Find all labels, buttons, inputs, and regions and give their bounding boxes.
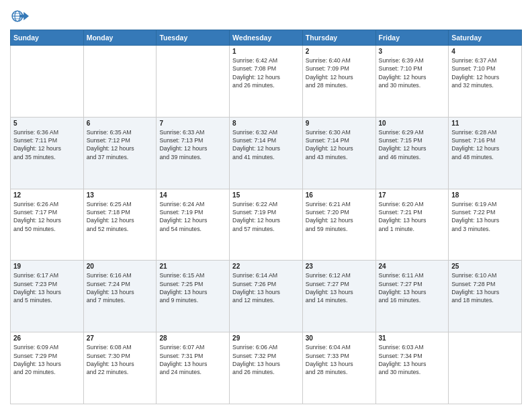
day-number: 27 [87,334,154,342]
day-header-tuesday: Tuesday [157,30,230,46]
day-header-friday: Friday [375,30,449,46]
day-number: 1 [232,48,300,55]
day-number: 4 [451,48,519,55]
day-number: 25 [451,263,519,270]
day-cell [449,332,522,404]
day-info: Sunrise: 6:20 AM Sunset: 7:21 PM Dayligh… [379,200,446,233]
day-number: 13 [87,191,154,199]
day-number: 2 [306,48,373,55]
day-info: Sunrise: 6:12 AM Sunset: 7:27 PM Dayligh… [306,271,373,304]
day-cell: 11Sunrise: 6:28 AM Sunset: 7:16 PM Dayli… [449,117,522,189]
day-cell [83,46,157,118]
day-cell: 7Sunrise: 6:33 AM Sunset: 7:13 PM Daylig… [157,117,230,189]
day-header-row: SundayMondayTuesdayWednesdayThursdayFrid… [11,30,522,46]
day-cell: 21Sunrise: 6:15 AM Sunset: 7:25 PM Dayli… [157,261,230,332]
day-number: 28 [159,334,226,342]
day-number: 31 [379,334,446,342]
day-number: 20 [87,263,154,270]
day-number: 15 [232,191,300,199]
day-info: Sunrise: 6:11 AM Sunset: 7:27 PM Dayligh… [379,271,446,304]
day-info: Sunrise: 6:33 AM Sunset: 7:13 PM Dayligh… [159,128,226,161]
calendar-table: SundayMondayTuesdayWednesdayThursdayFrid… [10,30,522,404]
day-info: Sunrise: 6:06 AM Sunset: 7:32 PM Dayligh… [232,343,300,376]
day-cell: 14Sunrise: 6:24 AM Sunset: 7:19 PM Dayli… [157,189,230,261]
day-info: Sunrise: 6:32 AM Sunset: 7:14 PM Dayligh… [232,128,300,161]
day-info: Sunrise: 6:16 AM Sunset: 7:24 PM Dayligh… [87,271,154,304]
day-cell: 8Sunrise: 6:32 AM Sunset: 7:14 PM Daylig… [230,117,303,189]
day-info: Sunrise: 6:26 AM Sunset: 7:17 PM Dayligh… [13,200,81,233]
day-number: 9 [306,120,373,127]
day-number: 26 [13,334,81,342]
day-cell: 1Sunrise: 6:42 AM Sunset: 7:08 PM Daylig… [230,46,303,118]
day-info: Sunrise: 6:29 AM Sunset: 7:15 PM Dayligh… [379,128,446,161]
day-cell [157,46,230,118]
day-info: Sunrise: 6:21 AM Sunset: 7:20 PM Dayligh… [306,200,373,233]
day-number: 10 [379,120,446,127]
day-info: Sunrise: 6:08 AM Sunset: 7:30 PM Dayligh… [87,343,154,376]
day-cell: 9Sunrise: 6:30 AM Sunset: 7:14 PM Daylig… [302,117,375,189]
day-info: Sunrise: 6:24 AM Sunset: 7:19 PM Dayligh… [159,200,226,233]
day-cell: 15Sunrise: 6:22 AM Sunset: 7:19 PM Dayli… [230,189,303,261]
day-cell: 2Sunrise: 6:40 AM Sunset: 7:09 PM Daylig… [302,46,375,118]
day-number: 5 [13,120,81,127]
day-info: Sunrise: 6:14 AM Sunset: 7:26 PM Dayligh… [232,271,300,304]
day-cell: 19Sunrise: 6:17 AM Sunset: 7:23 PM Dayli… [11,261,84,332]
day-info: Sunrise: 6:07 AM Sunset: 7:31 PM Dayligh… [159,343,226,376]
day-number: 7 [159,120,226,127]
day-header-wednesday: Wednesday [230,30,303,46]
day-number: 29 [232,334,300,342]
day-cell: 28Sunrise: 6:07 AM Sunset: 7:31 PM Dayli… [157,332,230,404]
day-cell: 17Sunrise: 6:20 AM Sunset: 7:21 PM Dayli… [375,189,449,261]
week-row-0: 1Sunrise: 6:42 AM Sunset: 7:08 PM Daylig… [11,46,522,118]
day-header-monday: Monday [83,30,157,46]
day-number: 8 [232,120,300,127]
day-cell: 30Sunrise: 6:04 AM Sunset: 7:33 PM Dayli… [302,332,375,404]
day-number: 6 [87,120,154,127]
day-info: Sunrise: 6:10 AM Sunset: 7:28 PM Dayligh… [451,271,519,304]
day-cell: 5Sunrise: 6:36 AM Sunset: 7:11 PM Daylig… [11,117,84,189]
day-header-sunday: Sunday [11,30,84,46]
day-cell: 6Sunrise: 6:35 AM Sunset: 7:12 PM Daylig… [83,117,157,189]
day-cell: 31Sunrise: 6:03 AM Sunset: 7:34 PM Dayli… [375,332,449,404]
header [10,7,522,26]
day-cell: 16Sunrise: 6:21 AM Sunset: 7:20 PM Dayli… [302,189,375,261]
day-cell: 27Sunrise: 6:08 AM Sunset: 7:30 PM Dayli… [83,332,157,404]
day-cell: 13Sunrise: 6:25 AM Sunset: 7:18 PM Dayli… [83,189,157,261]
day-header-thursday: Thursday [302,30,375,46]
day-number: 21 [159,263,226,270]
day-info: Sunrise: 6:25 AM Sunset: 7:18 PM Dayligh… [87,200,154,233]
day-number: 17 [379,191,446,199]
page: SundayMondayTuesdayWednesdayThursdayFrid… [0,0,532,411]
day-cell: 3Sunrise: 6:39 AM Sunset: 7:10 PM Daylig… [375,46,449,118]
day-info: Sunrise: 6:04 AM Sunset: 7:33 PM Dayligh… [306,343,373,376]
calendar-header: SundayMondayTuesdayWednesdayThursdayFrid… [11,30,522,46]
day-cell: 23Sunrise: 6:12 AM Sunset: 7:27 PM Dayli… [302,261,375,332]
day-number: 23 [306,263,373,270]
day-header-saturday: Saturday [449,30,522,46]
week-row-3: 19Sunrise: 6:17 AM Sunset: 7:23 PM Dayli… [11,261,522,332]
day-number: 18 [451,191,519,199]
day-info: Sunrise: 6:42 AM Sunset: 7:08 PM Dayligh… [232,56,300,89]
day-cell: 24Sunrise: 6:11 AM Sunset: 7:27 PM Dayli… [375,261,449,332]
day-info: Sunrise: 6:28 AM Sunset: 7:16 PM Dayligh… [451,128,519,161]
day-info: Sunrise: 6:35 AM Sunset: 7:12 PM Dayligh… [87,128,154,161]
day-info: Sunrise: 6:39 AM Sunset: 7:10 PM Dayligh… [379,56,446,89]
week-row-4: 26Sunrise: 6:09 AM Sunset: 7:29 PM Dayli… [11,332,522,404]
day-number: 14 [159,191,226,199]
day-info: Sunrise: 6:30 AM Sunset: 7:14 PM Dayligh… [306,128,373,161]
day-info: Sunrise: 6:15 AM Sunset: 7:25 PM Dayligh… [159,271,226,304]
day-cell [11,46,84,118]
day-info: Sunrise: 6:37 AM Sunset: 7:10 PM Dayligh… [451,56,519,89]
day-number: 16 [306,191,373,199]
day-number: 3 [379,48,446,55]
day-info: Sunrise: 6:09 AM Sunset: 7:29 PM Dayligh… [13,343,81,376]
calendar-body: 1Sunrise: 6:42 AM Sunset: 7:08 PM Daylig… [11,46,522,404]
week-row-1: 5Sunrise: 6:36 AM Sunset: 7:11 PM Daylig… [11,117,522,189]
logo-icon [10,7,29,26]
day-number: 30 [306,334,373,342]
day-cell: 18Sunrise: 6:19 AM Sunset: 7:22 PM Dayli… [449,189,522,261]
day-cell: 22Sunrise: 6:14 AM Sunset: 7:26 PM Dayli… [230,261,303,332]
day-cell: 20Sunrise: 6:16 AM Sunset: 7:24 PM Dayli… [83,261,157,332]
day-cell: 29Sunrise: 6:06 AM Sunset: 7:32 PM Dayli… [230,332,303,404]
day-info: Sunrise: 6:19 AM Sunset: 7:22 PM Dayligh… [451,200,519,233]
